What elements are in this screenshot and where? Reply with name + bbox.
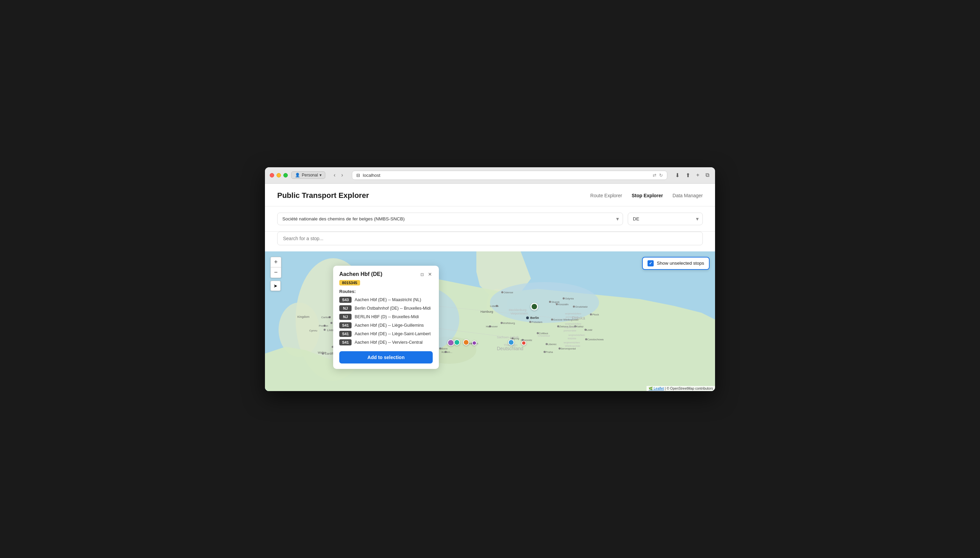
popup-close-button[interactable]: ✕ [427, 272, 433, 277]
map-stop[interactable] [447, 339, 454, 346]
route-item[interactable]: S43Aachen Hbf (DE) -- Maastricht (NL) [339, 297, 433, 303]
map-stop[interactable] [521, 341, 526, 345]
map-stop[interactable] [454, 339, 460, 345]
svg-point-89 [537, 332, 539, 334]
svg-text:Wielkopolski: Wielkopolski [565, 345, 580, 348]
svg-point-36 [324, 325, 326, 327]
svg-text:Grudziadz: Grudziadz [575, 305, 588, 308]
refresh-icon[interactable]: ↻ [659, 173, 663, 178]
zoom-out-button[interactable]: − [271, 268, 281, 277]
main-nav: Route Explorer Stop Explorer Data Manage… [590, 193, 703, 198]
svg-text:pomorskie: pomorskie [566, 315, 578, 318]
download-button[interactable]: ⬇ [674, 171, 680, 179]
route-item[interactable]: S41Aachen Hbf (DE) -- Verviers-Central [339, 339, 433, 345]
svg-text:Plock: Plock [592, 313, 600, 316]
filter-dropdown[interactable]: DE [628, 213, 703, 225]
zoom-in-button[interactable]: + [271, 257, 281, 268]
popup-action-buttons: ⊡ ✕ [420, 271, 433, 277]
agency-select-wrapper: Société nationale des chemins de fer bel… [277, 213, 623, 225]
svg-text:Liberec: Liberec [548, 343, 557, 346]
svg-text:Koblen...: Koblen... [441, 351, 453, 354]
svg-text:Slupsk: Slupsk [552, 300, 560, 304]
browser-titlebar: 👤 Personal ▾ ‹ › ⊟ localhost ⇄ ↻ ⬇ ⬆ + ⧉ [265, 167, 715, 184]
browser-window: 👤 Personal ▾ ‹ › ⊟ localhost ⇄ ↻ ⬇ ⬆ + ⧉ [265, 167, 715, 391]
route-badge: S41 [339, 339, 352, 345]
svg-text:Koszalin: Koszalin [558, 303, 568, 306]
leaflet-link[interactable]: 🌿 Leaflet [649, 387, 664, 391]
popup-expand-button[interactable]: ⊡ [420, 272, 424, 277]
svg-text:Berlin: Berlin [530, 316, 539, 320]
svg-text:Wales: Wales [318, 351, 326, 354]
svg-text:kujawsko-: kujawsko- [564, 326, 576, 329]
svg-point-79 [501, 322, 502, 324]
address-bar-icon: ⊟ [356, 173, 360, 178]
profile-button[interactable]: 👤 Personal ▾ [291, 171, 325, 179]
svg-text:Seroroporad: Seroroporad [561, 347, 576, 350]
svg-point-115 [585, 329, 586, 331]
new-tab-button[interactable]: + [695, 171, 700, 179]
maximize-window-button[interactable] [283, 173, 288, 177]
stop-search-input[interactable] [277, 231, 703, 245]
svg-point-30 [322, 353, 324, 354]
svg-point-81 [512, 337, 514, 339]
minimize-window-button[interactable] [277, 173, 281, 177]
svg-point-18 [330, 322, 333, 324]
map-stop[interactable] [472, 341, 477, 345]
svg-point-123 [558, 348, 561, 350]
svg-text:województwo: województwo [565, 312, 581, 315]
svg-marker-5 [265, 279, 715, 391]
map-zoom-controls: + − [270, 257, 281, 278]
nav-data-manager[interactable]: Data Manager [672, 193, 703, 198]
popup-id-badge: 8015345 [339, 280, 360, 286]
svg-text:Cymru: Cymru [309, 329, 318, 332]
tabs-button[interactable]: ⧉ [705, 171, 710, 179]
locate-icon: ➤ [273, 283, 278, 289]
svg-point-94 [557, 325, 559, 327]
nav-route-explorer[interactable]: Route Explorer [590, 193, 622, 198]
map-container[interactable]: Great Britain Kingdom England Wales Cymr… [265, 251, 715, 391]
route-item[interactable]: NJBERLIN HBF (D) -- Bruxelles-Midi [339, 314, 433, 320]
route-list: S43Aachen Hbf (DE) -- Maastricht (NL)NJB… [339, 297, 433, 345]
stop-popup: Aachen Hbf (DE) ⊡ ✕ 8015345 Routes: S43A… [333, 266, 439, 369]
address-bar[interactable]: ⊟ localhost ⇄ ↻ [352, 171, 667, 180]
svg-point-85 [526, 317, 529, 319]
svg-text:Odense: Odense [504, 291, 514, 294]
profile-chevron-icon: ▾ [320, 173, 321, 177]
svg-point-101 [501, 291, 503, 293]
locate-button[interactable]: ➤ [270, 281, 281, 291]
svg-point-107 [556, 303, 558, 305]
svg-text:pomorskie: pomorskie [564, 329, 576, 332]
route-item[interactable]: NJBerlin Ostbahnhof (DE) -- Bruxelles-Mi… [339, 305, 433, 311]
svg-point-121 [544, 351, 545, 353]
close-window-button[interactable] [270, 173, 274, 177]
svg-point-105 [563, 297, 565, 299]
svg-text:Hamburg: Hamburg [481, 310, 493, 313]
svg-point-73 [445, 351, 447, 353]
toggle-checkbox-icon: ✓ [647, 260, 654, 266]
map-attribution: 🌿 Leaflet | © OpenStreetMap contributors [647, 386, 715, 391]
show-unselected-toggle[interactable]: ✓ Show unselected stops [642, 257, 710, 270]
agency-dropdown[interactable]: Société nationale des chemins de fer bel… [277, 213, 623, 225]
add-to-selection-button[interactable]: Add to selection [339, 351, 433, 363]
nav-stop-explorer[interactable]: Stop Explorer [631, 193, 663, 198]
controls-row: Société nationale des chemins de fer bel… [265, 207, 715, 231]
route-text: Aachen Hbf (DE) -- Liège-Guillemins [355, 323, 424, 328]
route-text: Berlin Ostbahnhof (DE) -- Bruxelles-Midi [355, 306, 431, 311]
map-stop[interactable] [508, 339, 514, 345]
svg-text:Czestochowa: Czestochowa [587, 338, 604, 341]
svg-text:Polska: Polska [572, 315, 585, 320]
share-button[interactable]: ⬆ [685, 171, 691, 179]
route-badge: NJ [339, 305, 352, 311]
svg-point-119 [545, 343, 548, 345]
route-item[interactable]: S41Aachen Hbf (DE) -- Liège-Saint-Lamber… [339, 331, 433, 337]
browser-nav: ‹ › [331, 171, 345, 179]
show-unselected-label: Show unselected stops [657, 261, 704, 266]
forward-button[interactable]: › [339, 171, 345, 179]
map-stop[interactable] [463, 339, 469, 345]
back-button[interactable]: ‹ [331, 171, 337, 179]
route-item[interactable]: S41Aachen Hbf (DE) -- Liège-Guillemins [339, 322, 433, 328]
route-badge: S41 [339, 331, 352, 337]
app-content: Public Transport Explorer Route Explorer… [265, 184, 715, 391]
berlin-stop[interactable] [530, 303, 538, 310]
svg-text:Carlisle: Carlisle [321, 316, 330, 319]
